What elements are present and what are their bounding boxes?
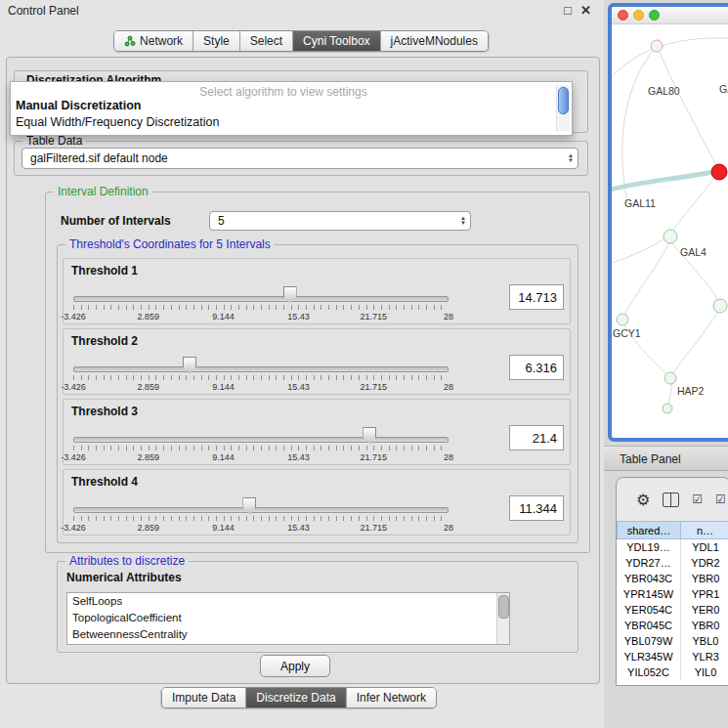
column-header-name[interactable]: n… [681, 521, 728, 539]
table-row[interactable]: YER054CYER0 [617, 602, 728, 618]
algorithm-dropdown-popup: Select algorithm to view settings Manual… [10, 81, 573, 136]
column-header-shared[interactable]: shared… [617, 521, 681, 539]
list-item[interactable]: TopologicalCoefficient [67, 610, 509, 626]
network-node[interactable] [651, 40, 663, 52]
threshold-label: Threshold 4 [71, 475, 138, 489]
group-title: Threshold's Coordinates for 5 Intervals [65, 237, 275, 251]
popup-scrollbar[interactable] [556, 85, 570, 132]
list-item[interactable]: BetweennessCentrality [67, 626, 509, 643]
network-node[interactable] [713, 299, 727, 313]
scale-tick: -3.426 [61, 452, 86, 462]
group-title: Interval Definition [54, 185, 152, 198]
scale-tick: 28 [444, 523, 453, 533]
table-row[interactable]: YBL079WYBL0 [617, 633, 728, 649]
panel-title: Control Panel [8, 4, 79, 18]
table-row[interactable]: YPR145WYPR1 [617, 586, 728, 602]
threshold-3-slider[interactable]: -3.426 2.859 9.144 15.43 21.715 28 [73, 425, 449, 466]
threshold-1-slider[interactable]: -3.426 2.859 9.144 15.43 21.715 28 [73, 284, 449, 325]
num-intervals-select[interactable]: 5 [209, 211, 471, 231]
apply-button[interactable]: Apply [260, 655, 330, 677]
table-row[interactable]: YDL19…YDL1 [617, 539, 728, 555]
tab-jactivemnodules[interactable]: jActiveMNodules [380, 31, 488, 51]
threshold-3-value-field[interactable] [509, 425, 564, 450]
network-canvas[interactable]: GAL80 GA GAL11 GAL4 GCY1 HAP2 [612, 24, 728, 439]
slider-track[interactable] [73, 366, 449, 372]
threshold-2-slider[interactable]: -3.426 2.859 9.144 15.43 21.715 28 [73, 355, 449, 396]
network-node[interactable] [664, 372, 676, 384]
table-data-select[interactable]: galFiltered.sif default node [21, 148, 578, 169]
scale-tick: 2.859 [138, 452, 160, 462]
close-traffic-light-icon[interactable] [618, 10, 628, 21]
checkbox-icon[interactable]: ☑ [715, 492, 726, 506]
selected-network-node[interactable] [711, 164, 727, 180]
numerical-attributes-list[interactable]: SelfLoops TopologicalCoefficient Between… [66, 592, 510, 645]
scale-tick: 15.43 [287, 452, 310, 462]
scale-tick: 9.144 [212, 312, 235, 321]
scale-tick: -3.426 [61, 312, 86, 321]
threshold-label: Threshold 3 [71, 405, 138, 418]
zoom-traffic-light-icon[interactable] [649, 10, 660, 21]
node-label-gcy1: GCY1 [613, 327, 641, 339]
threshold-4-panel: Threshold 4 -3.426 2.859 9.144 15.43 21.… [63, 469, 571, 535]
slider-scale: -3.426 2.859 9.144 15.43 21.715 28 [73, 452, 449, 464]
minimize-traffic-light-icon[interactable] [633, 10, 644, 21]
scale-tick: 28 [444, 382, 453, 392]
popup-option-manual-discretization[interactable]: Manual Discretization [16, 99, 142, 112]
tab-label: Discretize Data [256, 691, 335, 705]
group-title: Table Data [22, 134, 86, 148]
tab-cyni-toolbox[interactable]: Cyni Toolbox [292, 31, 379, 51]
scrollbar-thumb[interactable] [498, 595, 509, 619]
tab-infer-network[interactable]: Infer Network [346, 688, 436, 707]
cell: YDR2 [681, 555, 728, 571]
float-window-icon[interactable]: □ [564, 3, 572, 18]
network-window-titlebar [612, 7, 728, 24]
checkbox-icon[interactable]: ☑ [692, 492, 703, 506]
popup-option-equal-width-frequency[interactable]: Equal Width/Frequency Discretization [16, 115, 219, 129]
tab-select[interactable]: Select [239, 31, 292, 51]
threshold-4-value-field[interactable] [509, 495, 564, 521]
scale-tick: 15.43 [287, 382, 310, 392]
table-row[interactable]: YLR345WYLR3 [617, 649, 728, 664]
table-row[interactable]: YBR045CYBR0 [617, 618, 728, 633]
highlighted-edge[interactable] [612, 171, 717, 191]
gear-icon[interactable]: ⚙ [636, 491, 650, 509]
close-icon[interactable]: ✕ [580, 3, 591, 18]
scale-tick: 28 [444, 312, 453, 321]
tab-style[interactable]: Style [193, 31, 239, 51]
selected-table: galFiltered.sif default node [30, 151, 568, 165]
network-node[interactable] [663, 404, 672, 413]
ruler-ticks [73, 375, 449, 380]
table-row[interactable]: YIL052CYIL0 [617, 664, 728, 680]
columns-icon[interactable] [663, 492, 679, 507]
cell: YER0 [681, 602, 728, 618]
list-scrollbar[interactable] [496, 593, 509, 644]
scale-tick: 15.43 [287, 523, 310, 533]
tab-network[interactable]: Network [114, 31, 193, 51]
scale-tick: 9.144 [212, 452, 235, 462]
list-item[interactable]: SelfLoops [67, 593, 509, 610]
network-node[interactable] [664, 230, 677, 243]
table-row[interactable]: YBR043CYBR0 [617, 571, 728, 586]
scrollbar-thumb[interactable] [558, 87, 569, 114]
slider-track[interactable] [73, 296, 449, 302]
threshold-1-panel: Threshold 1 -3.426 2.859 9.144 15.43 21.… [63, 258, 571, 324]
node-label-gal80: GAL80 [648, 85, 680, 97]
tab-impute-data[interactable]: Impute Data [162, 688, 245, 707]
threshold-2-value-field[interactable] [509, 355, 564, 380]
network-node[interactable] [617, 314, 628, 325]
table-row[interactable]: YDR27…YDR2 [617, 555, 728, 571]
tab-discretize-data[interactable]: Discretize Data [245, 688, 345, 707]
threshold-label: Threshold 2 [71, 334, 138, 348]
threshold-1-value-field[interactable] [509, 284, 564, 310]
slider-track[interactable] [73, 507, 449, 513]
slider-scale: -3.426 2.859 9.144 15.43 21.715 28 [73, 312, 449, 323]
cell: YDR27… [617, 555, 681, 571]
scale-tick: 15.43 [287, 312, 310, 321]
tab-label: Network [140, 34, 183, 48]
threshold-3-panel: Threshold 3 -3.426 2.859 9.144 15.43 21.… [63, 399, 571, 465]
threshold-4-slider[interactable]: -3.426 2.859 9.144 15.43 21.715 28 [73, 495, 449, 536]
slider-track[interactable] [73, 437, 449, 443]
slider-scale: -3.426 2.859 9.144 15.43 21.715 28 [73, 523, 449, 535]
cell: YBR0 [681, 618, 728, 633]
screenshot-root: Control Panel □ ✕ Network Style Select C… [0, 0, 728, 728]
